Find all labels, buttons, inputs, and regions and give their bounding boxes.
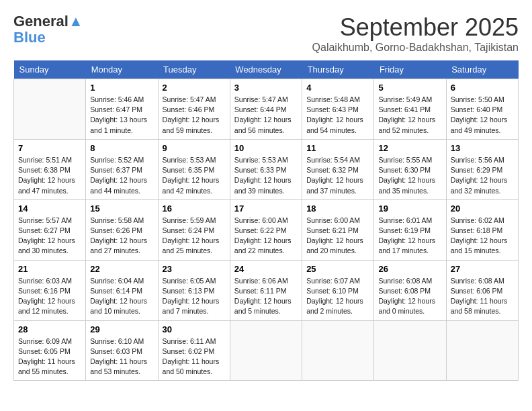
calendar-cell: 6Sunrise: 5:50 AMSunset: 6:40 PMDaylight… <box>446 79 518 140</box>
header-friday: Friday <box>374 60 446 79</box>
calendar-cell: 1Sunrise: 5:46 AMSunset: 6:47 PMDaylight… <box>86 79 158 140</box>
day-number: 1 <box>90 83 153 93</box>
calendar-cell: 12Sunrise: 5:55 AMSunset: 6:30 PMDayligh… <box>374 139 446 199</box>
week-row-5: 28Sunrise: 6:09 AMSunset: 6:05 PMDayligh… <box>14 320 519 381</box>
day-info: Sunrise: 6:09 AMSunset: 6:05 PMDaylight:… <box>18 336 81 377</box>
day-info: Sunrise: 5:57 AMSunset: 6:27 PMDaylight:… <box>18 216 81 257</box>
day-number: 21 <box>18 264 81 274</box>
day-number: 4 <box>306 83 369 93</box>
day-number: 15 <box>90 203 153 214</box>
day-info: Sunrise: 6:04 AMSunset: 6:14 PMDaylight:… <box>90 276 153 317</box>
calendar-cell: 20Sunrise: 6:02 AMSunset: 6:18 PMDayligh… <box>446 199 518 260</box>
day-number: 20 <box>451 203 514 214</box>
header-thursday: Thursday <box>302 60 374 79</box>
calendar-cell: 21Sunrise: 6:03 AMSunset: 6:16 PMDayligh… <box>14 260 86 320</box>
day-info: Sunrise: 6:01 AMSunset: 6:19 PMDaylight:… <box>378 216 441 257</box>
title-block: September 2025 Qalaikhumb, Gorno-Badakhs… <box>312 13 519 54</box>
day-number: 2 <box>163 83 226 93</box>
day-number: 19 <box>378 203 441 214</box>
calendar-cell: 27Sunrise: 6:08 AMSunset: 6:06 PMDayligh… <box>446 260 518 320</box>
calendar-cell: 23Sunrise: 6:05 AMSunset: 6:13 PMDayligh… <box>158 260 230 320</box>
week-row-2: 7Sunrise: 5:51 AMSunset: 6:38 PMDaylight… <box>14 139 519 199</box>
day-info: Sunrise: 5:55 AMSunset: 6:30 PMDaylight:… <box>378 155 441 196</box>
day-info: Sunrise: 5:48 AMSunset: 6:43 PMDaylight:… <box>306 95 369 136</box>
day-number: 6 <box>451 83 514 93</box>
day-number: 29 <box>90 324 153 334</box>
day-info: Sunrise: 5:52 AMSunset: 6:37 PMDaylight:… <box>90 155 153 196</box>
day-info: Sunrise: 6:02 AMSunset: 6:18 PMDaylight:… <box>451 216 514 257</box>
month-title: September 2025 <box>312 13 519 42</box>
logo-text: General▲ Blue <box>13 13 83 46</box>
day-info: Sunrise: 5:56 AMSunset: 6:29 PMDaylight:… <box>451 155 514 196</box>
calendar-cell: 24Sunrise: 6:06 AMSunset: 6:11 PMDayligh… <box>230 260 302 320</box>
day-info: Sunrise: 6:06 AMSunset: 6:11 PMDaylight:… <box>234 276 298 317</box>
calendar-cell: 28Sunrise: 6:09 AMSunset: 6:05 PMDayligh… <box>14 320 86 381</box>
calendar-cell: 8Sunrise: 5:52 AMSunset: 6:37 PMDaylight… <box>86 139 158 199</box>
calendar-cell: 19Sunrise: 6:01 AMSunset: 6:19 PMDayligh… <box>374 199 446 260</box>
day-number: 28 <box>18 324 81 334</box>
day-number: 23 <box>163 264 226 274</box>
calendar-cell: 15Sunrise: 5:58 AMSunset: 6:26 PMDayligh… <box>86 199 158 260</box>
day-number: 13 <box>451 143 514 153</box>
day-number: 11 <box>306 143 369 153</box>
calendar-cell <box>14 79 86 140</box>
day-info: Sunrise: 5:58 AMSunset: 6:26 PMDaylight:… <box>90 216 153 257</box>
day-info: Sunrise: 6:10 AMSunset: 6:03 PMDaylight:… <box>90 336 153 377</box>
location: Qalaikhumb, Gorno-Badakhshan, Tajikistan <box>312 42 519 54</box>
header-monday: Monday <box>86 60 158 79</box>
calendar-cell <box>230 320 302 381</box>
week-row-1: 1Sunrise: 5:46 AMSunset: 6:47 PMDaylight… <box>14 79 519 140</box>
calendar-cell: 11Sunrise: 5:54 AMSunset: 6:32 PMDayligh… <box>302 139 374 199</box>
day-number: 22 <box>90 264 153 274</box>
day-number: 17 <box>234 203 298 214</box>
calendar-cell: 3Sunrise: 5:47 AMSunset: 6:44 PMDaylight… <box>230 79 302 140</box>
day-info: Sunrise: 6:08 AMSunset: 6:08 PMDaylight:… <box>378 276 441 317</box>
day-number: 25 <box>306 264 369 274</box>
calendar-table: SundayMondayTuesdayWednesdayThursdayFrid… <box>13 60 519 381</box>
week-row-3: 14Sunrise: 5:57 AMSunset: 6:27 PMDayligh… <box>14 199 519 260</box>
calendar-header-row: SundayMondayTuesdayWednesdayThursdayFrid… <box>14 60 519 79</box>
calendar-cell <box>446 320 518 381</box>
calendar-cell: 29Sunrise: 6:10 AMSunset: 6:03 PMDayligh… <box>86 320 158 381</box>
calendar-cell: 18Sunrise: 6:00 AMSunset: 6:21 PMDayligh… <box>302 199 374 260</box>
calendar-cell: 10Sunrise: 5:53 AMSunset: 6:33 PMDayligh… <box>230 139 302 199</box>
calendar-cell: 2Sunrise: 5:47 AMSunset: 6:46 PMDaylight… <box>158 79 230 140</box>
calendar-cell: 26Sunrise: 6:08 AMSunset: 6:08 PMDayligh… <box>374 260 446 320</box>
calendar-cell <box>374 320 446 381</box>
calendar-cell: 25Sunrise: 6:07 AMSunset: 6:10 PMDayligh… <box>302 260 374 320</box>
calendar-cell: 17Sunrise: 6:00 AMSunset: 6:22 PMDayligh… <box>230 199 302 260</box>
day-info: Sunrise: 6:08 AMSunset: 6:06 PMDaylight:… <box>451 276 514 317</box>
day-number: 9 <box>163 143 226 153</box>
day-info: Sunrise: 5:53 AMSunset: 6:33 PMDaylight:… <box>234 155 298 196</box>
calendar-cell: 22Sunrise: 6:04 AMSunset: 6:14 PMDayligh… <box>86 260 158 320</box>
day-info: Sunrise: 5:49 AMSunset: 6:41 PMDaylight:… <box>378 95 441 136</box>
day-info: Sunrise: 5:51 AMSunset: 6:38 PMDaylight:… <box>18 155 81 196</box>
calendar-cell: 30Sunrise: 6:11 AMSunset: 6:02 PMDayligh… <box>158 320 230 381</box>
day-info: Sunrise: 6:11 AMSunset: 6:02 PMDaylight:… <box>163 336 226 377</box>
calendar-cell: 7Sunrise: 5:51 AMSunset: 6:38 PMDaylight… <box>14 139 86 199</box>
day-number: 16 <box>163 203 226 214</box>
week-row-4: 21Sunrise: 6:03 AMSunset: 6:16 PMDayligh… <box>14 260 519 320</box>
day-info: Sunrise: 5:59 AMSunset: 6:24 PMDaylight:… <box>163 216 226 257</box>
day-info: Sunrise: 6:07 AMSunset: 6:10 PMDaylight:… <box>306 276 369 317</box>
day-number: 3 <box>234 83 298 93</box>
day-info: Sunrise: 6:00 AMSunset: 6:22 PMDaylight:… <box>234 216 298 257</box>
calendar-cell: 5Sunrise: 5:49 AMSunset: 6:41 PMDaylight… <box>374 79 446 140</box>
day-number: 18 <box>306 203 369 214</box>
header-sunday: Sunday <box>14 60 86 79</box>
calendar-cell: 9Sunrise: 5:53 AMSunset: 6:35 PMDaylight… <box>158 139 230 199</box>
header-saturday: Saturday <box>446 60 518 79</box>
day-number: 27 <box>451 264 514 274</box>
calendar-cell <box>302 320 374 381</box>
day-number: 7 <box>18 143 81 153</box>
day-info: Sunrise: 5:47 AMSunset: 6:44 PMDaylight:… <box>234 95 298 136</box>
day-number: 8 <box>90 143 153 153</box>
day-number: 5 <box>378 83 441 93</box>
day-info: Sunrise: 5:53 AMSunset: 6:35 PMDaylight:… <box>163 155 226 196</box>
logo: General▲ Blue <box>13 13 83 46</box>
day-info: Sunrise: 5:47 AMSunset: 6:46 PMDaylight:… <box>163 95 226 136</box>
day-number: 10 <box>234 143 298 153</box>
day-number: 24 <box>234 264 298 274</box>
header-wednesday: Wednesday <box>230 60 302 79</box>
header-tuesday: Tuesday <box>158 60 230 79</box>
